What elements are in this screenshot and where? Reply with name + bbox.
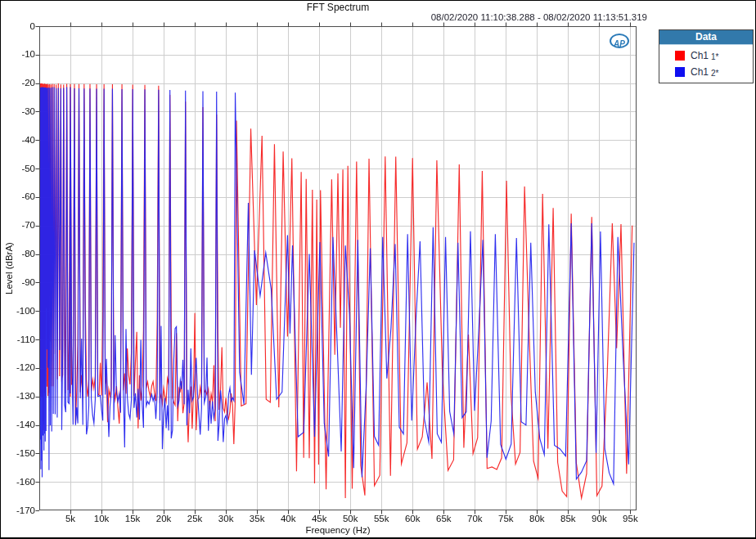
- x-tick-label: 95k: [616, 514, 644, 523]
- y-tick-label: -120: [11, 362, 35, 372]
- acquisition-timestamp: 08/02/2020 11:10:38.288 - 08/02/2020 11:…: [431, 12, 647, 22]
- y-tick-label: -30: [11, 106, 35, 116]
- y-tick-label: -140: [11, 420, 35, 429]
- y-tick-label: -70: [11, 220, 35, 230]
- legend-panel[interactable]: Data Ch1 1* Ch1 2*: [659, 29, 754, 83]
- x-tick-label: 25k: [181, 514, 209, 523]
- y-tick-label: -80: [11, 249, 35, 258]
- y-tick-label: -50: [11, 164, 35, 173]
- y-tick-label: -130: [11, 391, 35, 401]
- y-tick-label: -40: [11, 135, 35, 145]
- y-tick-label: -10: [11, 49, 35, 59]
- x-tick-label: 55k: [367, 514, 395, 523]
- y-tick-label: -100: [11, 306, 35, 316]
- x-tick-label: 85k: [554, 514, 582, 523]
- fft-spectrum-panel: FFT Spectrum 08/02/2020 11:10:38.288 - 0…: [0, 0, 756, 539]
- x-axis-label: Frequency (Hz): [39, 525, 637, 535]
- legend-entry-ch1-2[interactable]: Ch1 2*: [675, 66, 753, 78]
- y-tick-label: -110: [11, 335, 35, 344]
- x-tick-label: 50k: [336, 514, 364, 523]
- y-tick-label: -150: [11, 448, 35, 458]
- y-tick-label: 0: [11, 21, 35, 31]
- x-tick-label: 30k: [212, 514, 240, 523]
- x-tick-label: 90k: [585, 514, 613, 523]
- x-tick-label: 45k: [305, 514, 333, 523]
- legend-entry-label: Ch1: [691, 50, 709, 61]
- y-tick-label: -160: [11, 477, 35, 487]
- y-tick-label: -90: [11, 277, 35, 287]
- ap-logo: AP: [610, 34, 629, 48]
- ap-logo-text: AP: [614, 39, 625, 48]
- x-tick-label: 65k: [430, 514, 457, 523]
- x-tick-label: 70k: [461, 514, 488, 523]
- x-tick-label: 15k: [119, 514, 146, 523]
- y-tick-label: -20: [11, 78, 35, 88]
- series-swatch-blue: [675, 67, 685, 77]
- legend-header[interactable]: Data: [659, 30, 753, 45]
- y-tick-label: -60: [11, 191, 35, 201]
- legend-entry-acquisition: 2*: [711, 69, 718, 78]
- series-swatch-red: [675, 51, 685, 61]
- x-tick-label: 40k: [274, 514, 302, 523]
- x-tick-label: 35k: [243, 514, 271, 523]
- y-tick-label: -170: [11, 505, 35, 515]
- page-title: FFT Spectrum: [39, 2, 637, 13]
- x-tick-label: 5k: [56, 514, 84, 523]
- x-tick-label: 10k: [88, 514, 115, 523]
- spectrum-plot-area[interactable]: [1, 1, 756, 539]
- x-tick-label: 75k: [492, 514, 520, 523]
- x-tick-label: 60k: [398, 514, 426, 523]
- x-tick-label: 80k: [523, 514, 551, 523]
- legend-entry-ch1-1[interactable]: Ch1 1*: [675, 50, 753, 61]
- x-tick-label: 20k: [150, 514, 178, 523]
- legend-entry-label: Ch1: [691, 66, 709, 78]
- legend-entry-acquisition: 1*: [711, 52, 718, 61]
